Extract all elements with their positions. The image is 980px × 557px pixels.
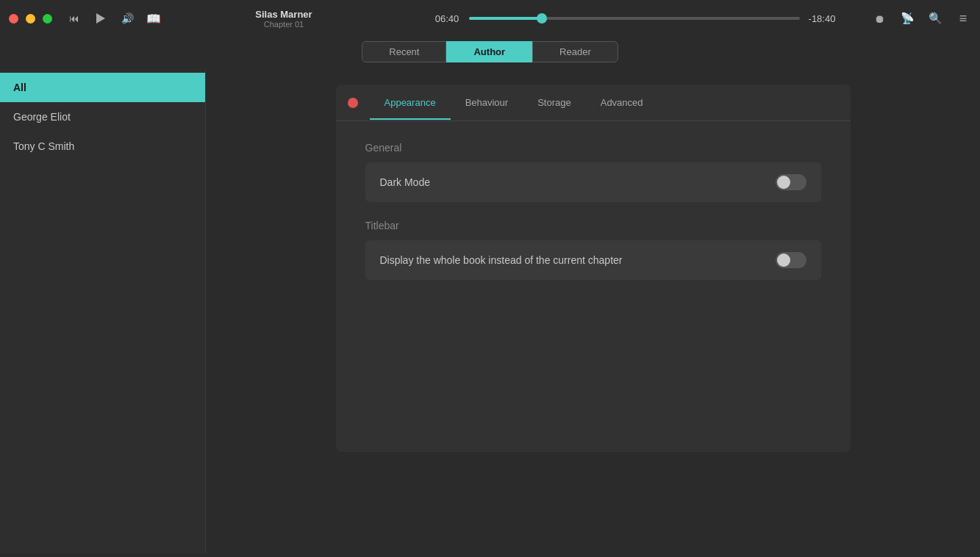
sidebar: All George Eliot Tony C Smith xyxy=(0,70,206,553)
modal-body: General Dark Mode Titlebar Display the w… xyxy=(336,121,851,306)
search-icon[interactable]: 🔍 xyxy=(927,10,943,26)
titlebar-section-title: Titlebar xyxy=(365,220,821,231)
airplay-icon[interactable]: ⏺ xyxy=(871,10,887,26)
time-elapsed: 06:40 xyxy=(432,13,462,24)
display-whole-book-label: Display the whole book instead of the cu… xyxy=(380,254,623,266)
close-dot[interactable] xyxy=(9,14,18,24)
dark-mode-row: Dark Mode xyxy=(365,162,821,202)
back-icon[interactable]: ⏮ xyxy=(67,11,82,26)
progress-thumb[interactable] xyxy=(537,13,547,24)
display-whole-book-knob xyxy=(777,254,790,267)
tab-author[interactable]: Author xyxy=(446,41,532,62)
main-tabs: Recent Author Reader xyxy=(0,37,980,70)
menu-icon[interactable]: ≡ xyxy=(955,10,971,26)
display-whole-book-toggle[interactable] xyxy=(776,252,806,268)
sidebar-item-george-eliot[interactable]: George Eliot xyxy=(0,102,205,132)
book-title: Silas Marner xyxy=(255,9,312,20)
book-info: Silas Marner Chapter 01 xyxy=(170,9,398,29)
progress-fill xyxy=(469,17,542,20)
window-controls xyxy=(9,14,52,24)
dark-mode-toggle[interactable] xyxy=(776,174,806,190)
modal-tab-advanced[interactable]: Advanced xyxy=(586,87,658,120)
time-remaining: -18:40 xyxy=(807,13,837,24)
topbar-icons: ⏺ 📡 🔍 ≡ xyxy=(871,10,971,26)
modal-tab-storage[interactable]: Storage xyxy=(523,87,586,120)
main-layout: All George Eliot Tony C Smith Appearance… xyxy=(0,70,980,553)
play-button[interactable] xyxy=(93,11,108,26)
dark-mode-label: Dark Mode xyxy=(380,176,430,188)
tab-reader[interactable]: Reader xyxy=(532,41,618,62)
settings-modal: Appearance Behaviour Storage Advanced Ge… xyxy=(336,85,851,452)
modal-tab-appearance[interactable]: Appearance xyxy=(370,87,451,120)
playback-controls: 06:40 -18:40 xyxy=(407,13,862,24)
minimize-dot[interactable] xyxy=(26,14,35,24)
cast-icon[interactable]: 📡 xyxy=(899,10,915,26)
tab-recent[interactable]: Recent xyxy=(362,41,446,62)
modal-tab-behaviour[interactable]: Behaviour xyxy=(451,87,523,120)
volume-icon[interactable]: 🔊 xyxy=(120,11,135,26)
modal-close-button[interactable] xyxy=(348,98,358,108)
modal-tabs: Appearance Behaviour Storage Advanced xyxy=(336,85,851,121)
maximize-dot[interactable] xyxy=(43,14,52,24)
general-section-title: General xyxy=(365,142,821,154)
progress-bar[interactable] xyxy=(469,17,800,20)
sidebar-item-all[interactable]: All xyxy=(0,73,205,102)
chapter-label: Chapter 01 xyxy=(264,20,304,29)
content-area: Appearance Behaviour Storage Advanced Ge… xyxy=(206,70,980,553)
topbar: ⏮ 🔊 📖 Silas Marner Chapter 01 06:40 -18:… xyxy=(0,0,980,37)
book-icon[interactable]: 📖 xyxy=(146,11,161,26)
display-whole-book-row: Display the whole book instead of the cu… xyxy=(365,240,821,280)
dark-mode-knob xyxy=(777,176,790,189)
sidebar-item-tony-c-smith[interactable]: Tony C Smith xyxy=(0,132,205,161)
